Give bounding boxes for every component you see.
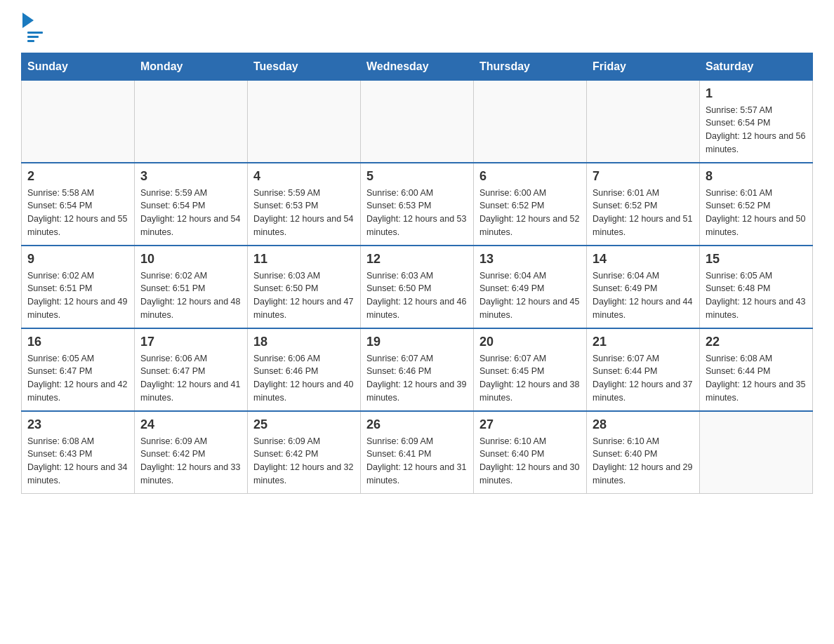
day-info: Sunrise: 6:00 AMSunset: 6:52 PMDaylight:… — [479, 187, 581, 239]
calendar-cell: 6Sunrise: 6:00 AMSunset: 6:52 PMDaylight… — [474, 163, 587, 246]
day-number: 22 — [706, 335, 807, 349]
calendar-cell — [22, 80, 135, 163]
day-number: 12 — [366, 252, 468, 267]
day-of-week-header: Sunday — [22, 53, 135, 80]
day-number: 24 — [140, 417, 241, 432]
calendar-week-row: 2Sunrise: 5:58 AMSunset: 6:54 PMDaylight… — [22, 163, 813, 246]
calendar-cell: 26Sunrise: 6:09 AMSunset: 6:41 PMDayligh… — [361, 411, 474, 494]
day-number: 1 — [706, 86, 807, 101]
day-info: Sunrise: 6:08 AMSunset: 6:43 PMDaylight:… — [27, 435, 128, 488]
calendar-cell: 11Sunrise: 6:03 AMSunset: 6:50 PMDayligh… — [248, 246, 361, 328]
calendar-cell — [248, 80, 361, 163]
day-number: 16 — [27, 335, 128, 349]
calendar-cell: 24Sunrise: 6:09 AMSunset: 6:42 PMDayligh… — [135, 411, 248, 494]
day-info: Sunrise: 5:57 AMSunset: 6:54 PMDaylight:… — [706, 104, 807, 156]
day-number: 19 — [366, 335, 468, 349]
day-number: 25 — [253, 417, 355, 432]
calendar-cell: 7Sunrise: 6:01 AMSunset: 6:52 PMDaylight… — [587, 163, 700, 246]
day-info: Sunrise: 6:09 AMSunset: 6:42 PMDaylight:… — [140, 435, 241, 488]
day-info: Sunrise: 6:10 AMSunset: 6:40 PMDaylight:… — [479, 435, 581, 488]
calendar-cell: 22Sunrise: 6:08 AMSunset: 6:44 PMDayligh… — [700, 328, 813, 411]
day-number: 28 — [593, 417, 694, 432]
calendar-cell: 10Sunrise: 6:02 AMSunset: 6:51 PMDayligh… — [135, 246, 248, 328]
day-info: Sunrise: 6:01 AMSunset: 6:52 PMDaylight:… — [593, 187, 694, 239]
calendar-cell — [587, 80, 700, 163]
day-of-week-header: Tuesday — [248, 53, 361, 80]
day-number: 7 — [593, 169, 694, 184]
day-info: Sunrise: 6:06 AMSunset: 6:47 PMDaylight:… — [140, 352, 241, 405]
day-of-week-header: Friday — [587, 53, 700, 80]
calendar-cell: 8Sunrise: 6:01 AMSunset: 6:52 PMDaylight… — [700, 163, 813, 246]
day-info: Sunrise: 6:04 AMSunset: 6:49 PMDaylight:… — [479, 269, 581, 322]
day-info: Sunrise: 6:09 AMSunset: 6:41 PMDaylight:… — [366, 435, 468, 488]
calendar-cell: 4Sunrise: 5:59 AMSunset: 6:53 PMDaylight… — [248, 163, 361, 246]
day-info: Sunrise: 6:07 AMSunset: 6:46 PMDaylight:… — [366, 352, 468, 405]
day-number: 5 — [366, 169, 468, 184]
day-info: Sunrise: 6:03 AMSunset: 6:50 PMDaylight:… — [366, 269, 468, 322]
day-info: Sunrise: 6:02 AMSunset: 6:51 PMDaylight:… — [27, 269, 128, 322]
day-number: 27 — [479, 417, 581, 432]
calendar-cell: 3Sunrise: 5:59 AMSunset: 6:54 PMDaylight… — [135, 163, 248, 246]
calendar-cell: 20Sunrise: 6:07 AMSunset: 6:45 PMDayligh… — [474, 328, 587, 411]
day-info: Sunrise: 6:06 AMSunset: 6:46 PMDaylight:… — [253, 352, 355, 405]
day-number: 14 — [593, 252, 694, 267]
day-info: Sunrise: 6:10 AMSunset: 6:40 PMDaylight:… — [593, 435, 694, 488]
day-number: 6 — [479, 169, 581, 184]
day-info: Sunrise: 5:59 AMSunset: 6:53 PMDaylight:… — [253, 187, 355, 239]
day-info: Sunrise: 6:07 AMSunset: 6:44 PMDaylight:… — [593, 352, 694, 405]
day-info: Sunrise: 5:58 AMSunset: 6:54 PMDaylight:… — [27, 187, 128, 239]
calendar-cell: 12Sunrise: 6:03 AMSunset: 6:50 PMDayligh… — [361, 246, 474, 328]
logo — [21, 14, 43, 42]
day-info: Sunrise: 6:08 AMSunset: 6:44 PMDaylight:… — [706, 352, 807, 405]
day-info: Sunrise: 6:04 AMSunset: 6:49 PMDaylight:… — [593, 269, 694, 322]
day-of-week-header: Wednesday — [361, 53, 474, 80]
calendar-cell: 5Sunrise: 6:00 AMSunset: 6:53 PMDaylight… — [361, 163, 474, 246]
day-number: 9 — [27, 252, 128, 267]
day-number: 23 — [27, 417, 128, 432]
svg-marker-0 — [22, 13, 34, 28]
day-info: Sunrise: 6:03 AMSunset: 6:50 PMDaylight:… — [253, 269, 355, 322]
day-info: Sunrise: 6:05 AMSunset: 6:48 PMDaylight:… — [706, 269, 807, 322]
calendar-cell: 2Sunrise: 5:58 AMSunset: 6:54 PMDaylight… — [22, 163, 135, 246]
day-info: Sunrise: 6:07 AMSunset: 6:45 PMDaylight:… — [479, 352, 581, 405]
calendar-cell: 25Sunrise: 6:09 AMSunset: 6:42 PMDayligh… — [248, 411, 361, 494]
calendar-cell: 19Sunrise: 6:07 AMSunset: 6:46 PMDayligh… — [361, 328, 474, 411]
header — [21, 14, 813, 42]
day-number: 17 — [140, 335, 241, 349]
day-info: Sunrise: 6:00 AMSunset: 6:53 PMDaylight:… — [366, 187, 468, 239]
calendar-cell: 23Sunrise: 6:08 AMSunset: 6:43 PMDayligh… — [22, 411, 135, 494]
day-info: Sunrise: 6:05 AMSunset: 6:47 PMDaylight:… — [27, 352, 128, 405]
calendar-header-row: SundayMondayTuesdayWednesdayThursdayFrid… — [22, 53, 813, 80]
calendar-cell: 16Sunrise: 6:05 AMSunset: 6:47 PMDayligh… — [22, 328, 135, 411]
calendar-cell: 14Sunrise: 6:04 AMSunset: 6:49 PMDayligh… — [587, 246, 700, 328]
calendar-cell: 9Sunrise: 6:02 AMSunset: 6:51 PMDaylight… — [22, 246, 135, 328]
day-info: Sunrise: 6:02 AMSunset: 6:51 PMDaylight:… — [140, 269, 241, 322]
day-number: 10 — [140, 252, 241, 267]
calendar-cell — [135, 80, 248, 163]
day-info: Sunrise: 5:59 AMSunset: 6:54 PMDaylight:… — [140, 187, 241, 239]
logo-arrow-icon — [22, 13, 38, 28]
day-number: 21 — [593, 335, 694, 349]
calendar-cell: 1Sunrise: 5:57 AMSunset: 6:54 PMDaylight… — [700, 80, 813, 163]
day-number: 26 — [366, 417, 468, 432]
calendar-cell: 28Sunrise: 6:10 AMSunset: 6:40 PMDayligh… — [587, 411, 700, 494]
calendar-cell — [361, 80, 474, 163]
day-of-week-header: Saturday — [700, 53, 813, 80]
day-number: 2 — [27, 169, 128, 184]
day-info: Sunrise: 6:09 AMSunset: 6:42 PMDaylight:… — [253, 435, 355, 488]
day-of-week-header: Thursday — [474, 53, 587, 80]
calendar-cell: 13Sunrise: 6:04 AMSunset: 6:49 PMDayligh… — [474, 246, 587, 328]
calendar-cell: 17Sunrise: 6:06 AMSunset: 6:47 PMDayligh… — [135, 328, 248, 411]
day-number: 3 — [140, 169, 241, 184]
day-number: 18 — [253, 335, 355, 349]
calendar-cell: 18Sunrise: 6:06 AMSunset: 6:46 PMDayligh… — [248, 328, 361, 411]
day-number: 8 — [706, 169, 807, 184]
calendar-week-row: 16Sunrise: 6:05 AMSunset: 6:47 PMDayligh… — [22, 328, 813, 411]
calendar-week-row: 9Sunrise: 6:02 AMSunset: 6:51 PMDaylight… — [22, 246, 813, 328]
day-info: Sunrise: 6:01 AMSunset: 6:52 PMDaylight:… — [706, 187, 807, 239]
day-number: 11 — [253, 252, 355, 267]
day-number: 20 — [479, 335, 581, 349]
calendar-cell — [700, 411, 813, 494]
day-number: 15 — [706, 252, 807, 267]
day-number: 13 — [479, 252, 581, 267]
